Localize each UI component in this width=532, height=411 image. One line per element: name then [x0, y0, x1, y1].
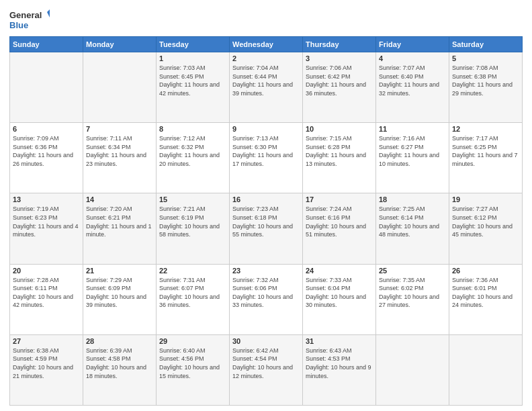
- calendar-cell: 2Sunrise: 7:04 AM Sunset: 6:44 PM Daylig…: [230, 52, 303, 123]
- day-info: Sunrise: 7:11 AM Sunset: 6:34 PM Dayligh…: [86, 134, 153, 168]
- day-number: 1: [159, 54, 226, 62]
- calendar-cell: 26Sunrise: 7:36 AM Sunset: 6:01 PM Dayli…: [449, 264, 523, 334]
- calendar-day-header: Thursday: [303, 37, 376, 52]
- calendar-cell: [376, 334, 449, 405]
- day-number: 28: [86, 337, 153, 345]
- day-number: 15: [159, 195, 226, 203]
- calendar-cell: 19Sunrise: 7:27 AM Sunset: 6:12 PM Dayli…: [449, 193, 523, 264]
- day-number: 25: [379, 267, 446, 275]
- day-info: Sunrise: 7:09 AM Sunset: 6:36 PM Dayligh…: [13, 134, 80, 168]
- calendar-cell: 20Sunrise: 7:28 AM Sunset: 6:11 PM Dayli…: [10, 264, 83, 334]
- day-info: Sunrise: 7:36 AM Sunset: 6:01 PM Dayligh…: [452, 276, 519, 310]
- day-number: 30: [232, 337, 300, 345]
- calendar-week-row: 20Sunrise: 7:28 AM Sunset: 6:11 PM Dayli…: [10, 264, 523, 334]
- calendar-cell: 14Sunrise: 7:20 AM Sunset: 6:21 PM Dayli…: [83, 193, 157, 264]
- calendar-cell: 27Sunrise: 6:38 AM Sunset: 4:59 PM Dayli…: [10, 334, 83, 405]
- day-info: Sunrise: 7:19 AM Sunset: 6:23 PM Dayligh…: [13, 205, 80, 238]
- day-number: 14: [86, 195, 153, 203]
- day-number: 18: [379, 195, 446, 203]
- calendar-day-header: Monday: [83, 37, 157, 52]
- day-number: 22: [159, 267, 226, 275]
- logo-svg: General Blue: [9, 8, 50, 32]
- day-number: 29: [159, 337, 226, 345]
- day-info: Sunrise: 7:17 AM Sunset: 6:25 PM Dayligh…: [452, 134, 519, 168]
- calendar-cell: 8Sunrise: 7:12 AM Sunset: 6:32 PM Daylig…: [157, 123, 230, 193]
- calendar-header-row: SundayMondayTuesdayWednesdayThursdayFrid…: [10, 37, 523, 52]
- page: General Blue SundayMondayTuesdayWednesda…: [0, 0, 532, 411]
- day-info: Sunrise: 7:06 AM Sunset: 6:42 PM Dayligh…: [306, 64, 373, 97]
- calendar-table: SundayMondayTuesdayWednesdayThursdayFrid…: [9, 36, 523, 406]
- day-info: Sunrise: 7:21 AM Sunset: 6:19 PM Dayligh…: [159, 205, 226, 238]
- calendar-day-header: Wednesday: [230, 37, 303, 52]
- day-number: 23: [232, 267, 300, 275]
- calendar-cell: 9Sunrise: 7:13 AM Sunset: 6:30 PM Daylig…: [230, 123, 303, 193]
- day-number: 13: [13, 195, 80, 203]
- calendar-day-header: Sunday: [10, 37, 83, 52]
- calendar-cell: 5Sunrise: 7:08 AM Sunset: 6:38 PM Daylig…: [449, 52, 523, 123]
- day-info: Sunrise: 7:15 AM Sunset: 6:28 PM Dayligh…: [306, 134, 373, 168]
- calendar-cell: 24Sunrise: 7:33 AM Sunset: 6:04 PM Dayli…: [303, 264, 376, 334]
- day-number: 21: [86, 267, 153, 275]
- calendar-day-header: Friday: [376, 37, 449, 52]
- day-info: Sunrise: 7:24 AM Sunset: 6:16 PM Dayligh…: [306, 205, 373, 238]
- calendar-cell: [83, 52, 157, 123]
- day-info: Sunrise: 6:42 AM Sunset: 4:54 PM Dayligh…: [232, 347, 300, 380]
- day-number: 8: [159, 125, 226, 133]
- day-info: Sunrise: 7:08 AM Sunset: 6:38 PM Dayligh…: [452, 64, 519, 97]
- day-info: Sunrise: 7:27 AM Sunset: 6:12 PM Dayligh…: [452, 205, 519, 238]
- day-number: 4: [379, 54, 446, 62]
- calendar-cell: 3Sunrise: 7:06 AM Sunset: 6:42 PM Daylig…: [303, 52, 376, 123]
- day-number: 5: [452, 54, 519, 62]
- calendar-cell: [449, 334, 523, 405]
- calendar-cell: 28Sunrise: 6:39 AM Sunset: 4:58 PM Dayli…: [83, 334, 157, 405]
- day-number: 20: [13, 267, 80, 275]
- day-info: Sunrise: 6:39 AM Sunset: 4:58 PM Dayligh…: [86, 347, 153, 380]
- day-info: Sunrise: 7:29 AM Sunset: 6:09 PM Dayligh…: [86, 276, 153, 310]
- svg-marker-2: [47, 9, 50, 17]
- day-info: Sunrise: 7:04 AM Sunset: 6:44 PM Dayligh…: [232, 64, 300, 97]
- day-info: Sunrise: 6:43 AM Sunset: 4:53 PM Dayligh…: [306, 347, 373, 380]
- day-info: Sunrise: 6:38 AM Sunset: 4:59 PM Dayligh…: [13, 347, 80, 380]
- day-info: Sunrise: 7:33 AM Sunset: 6:04 PM Dayligh…: [306, 276, 373, 310]
- calendar-cell: 4Sunrise: 7:07 AM Sunset: 6:40 PM Daylig…: [376, 52, 449, 123]
- calendar-cell: 25Sunrise: 7:35 AM Sunset: 6:02 PM Dayli…: [376, 264, 449, 334]
- calendar-week-row: 27Sunrise: 6:38 AM Sunset: 4:59 PM Dayli…: [10, 334, 523, 405]
- day-number: 16: [232, 195, 300, 203]
- day-number: 26: [452, 267, 519, 275]
- day-number: 19: [452, 195, 519, 203]
- day-info: Sunrise: 7:03 AM Sunset: 6:45 PM Dayligh…: [159, 64, 226, 97]
- day-number: 12: [452, 125, 519, 133]
- calendar-cell: 10Sunrise: 7:15 AM Sunset: 6:28 PM Dayli…: [303, 123, 376, 193]
- calendar-cell: 11Sunrise: 7:16 AM Sunset: 6:27 PM Dayli…: [376, 123, 449, 193]
- day-info: Sunrise: 7:31 AM Sunset: 6:07 PM Dayligh…: [159, 276, 226, 310]
- day-info: Sunrise: 7:25 AM Sunset: 6:14 PM Dayligh…: [379, 205, 446, 238]
- day-info: Sunrise: 7:12 AM Sunset: 6:32 PM Dayligh…: [159, 134, 226, 168]
- day-number: 31: [306, 337, 373, 345]
- calendar-cell: 6Sunrise: 7:09 AM Sunset: 6:36 PM Daylig…: [10, 123, 83, 193]
- calendar-cell: 29Sunrise: 6:40 AM Sunset: 4:56 PM Dayli…: [157, 334, 230, 405]
- calendar-week-row: 1Sunrise: 7:03 AM Sunset: 6:45 PM Daylig…: [10, 52, 523, 123]
- day-number: 9: [232, 125, 300, 133]
- day-number: 2: [232, 54, 300, 62]
- calendar-cell: [10, 52, 83, 123]
- logo: General Blue: [9, 8, 50, 32]
- day-info: Sunrise: 7:23 AM Sunset: 6:18 PM Dayligh…: [232, 205, 300, 238]
- calendar-cell: 23Sunrise: 7:32 AM Sunset: 6:06 PM Dayli…: [230, 264, 303, 334]
- calendar-cell: 15Sunrise: 7:21 AM Sunset: 6:19 PM Dayli…: [157, 193, 230, 264]
- day-info: Sunrise: 6:40 AM Sunset: 4:56 PM Dayligh…: [159, 347, 226, 380]
- calendar-cell: 22Sunrise: 7:31 AM Sunset: 6:07 PM Dayli…: [157, 264, 230, 334]
- calendar-day-header: Saturday: [449, 37, 523, 52]
- calendar-cell: 7Sunrise: 7:11 AM Sunset: 6:34 PM Daylig…: [83, 123, 157, 193]
- calendar-cell: 13Sunrise: 7:19 AM Sunset: 6:23 PM Dayli…: [10, 193, 83, 264]
- header: General Blue: [9, 8, 523, 32]
- day-number: 10: [306, 125, 373, 133]
- svg-text:General: General: [9, 10, 42, 20]
- calendar-week-row: 13Sunrise: 7:19 AM Sunset: 6:23 PM Dayli…: [10, 193, 523, 264]
- day-info: Sunrise: 7:16 AM Sunset: 6:27 PM Dayligh…: [379, 134, 446, 168]
- calendar-cell: 31Sunrise: 6:43 AM Sunset: 4:53 PM Dayli…: [303, 334, 376, 405]
- calendar-cell: 30Sunrise: 6:42 AM Sunset: 4:54 PM Dayli…: [230, 334, 303, 405]
- calendar-cell: 12Sunrise: 7:17 AM Sunset: 6:25 PM Dayli…: [449, 123, 523, 193]
- day-info: Sunrise: 7:20 AM Sunset: 6:21 PM Dayligh…: [86, 205, 153, 238]
- day-info: Sunrise: 7:35 AM Sunset: 6:02 PM Dayligh…: [379, 276, 446, 310]
- day-number: 24: [306, 267, 373, 275]
